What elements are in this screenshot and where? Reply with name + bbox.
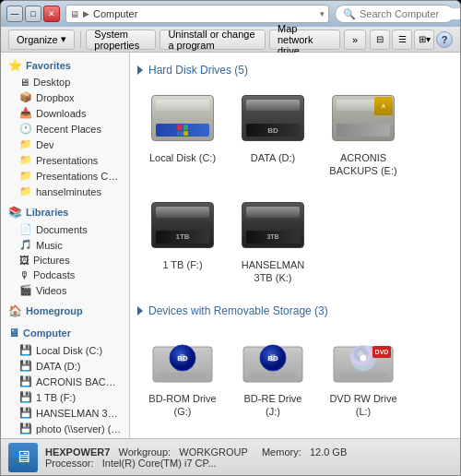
libraries-header[interactable]: 📚 Libraries <box>1 203 129 221</box>
computer-name: HEXPOWER7 <box>45 446 110 458</box>
path-text: Computer <box>93 8 316 19</box>
drive-item-data-d[interactable]: BD DATA (D:) <box>231 84 314 184</box>
status-line-1: HEXPOWER7 Workgroup: WORKGROUP Memory: 1… <box>45 446 347 458</box>
sidebar-item-dev[interactable]: 📁 Dev <box>1 137 129 152</box>
sidebar-item-acronis-e-label: ACRONIS BACKUPS (E:) <box>36 376 122 387</box>
sidebar-item-podcasts[interactable]: 🎙 Podcasts <box>1 268 129 282</box>
libraries-icon: 📚 <box>8 206 22 219</box>
svg-rect-6 <box>249 373 297 379</box>
photo-p-icon: 💾 <box>19 422 32 434</box>
close-button[interactable]: ✕ <box>43 6 60 22</box>
search-box[interactable]: 🔍 <box>335 5 455 23</box>
preview-pane-button[interactable]: ⊟ <box>370 30 390 50</box>
documents-icon: 📄 <box>19 223 32 235</box>
dvd-rw-svg: DVD <box>332 334 395 386</box>
drive-item-1tb-f[interactable]: 1TB 1 TB (F:) <box>141 191 224 291</box>
sidebar-item-documents[interactable]: 📄 Documents <box>1 221 129 237</box>
sidebar-item-downloads-label: Downloads <box>36 108 86 119</box>
path-separator: ▶ <box>83 9 89 18</box>
processor-label: Processor: <box>45 458 94 469</box>
presentations-icon: 📁 <box>19 154 32 166</box>
hard-drives-header: Hard Disk Drives (5) <box>137 64 453 77</box>
help-button[interactable]: ? <box>436 31 453 48</box>
sidebar-item-hanselman-k-label: HANSELMAN 3TB (K:) <box>36 408 122 419</box>
svg-rect-1 <box>159 373 207 379</box>
sidebar-item-acronis-e[interactable]: 💾 ACRONIS BACKUPS (E:) <box>1 374 129 389</box>
map-network-label: Map network drive <box>278 23 332 56</box>
libraries-label: Libraries <box>26 207 68 218</box>
minimize-button[interactable]: — <box>6 6 23 22</box>
status-computer-icon: 🖥 <box>8 443 38 472</box>
path-dropdown-arrow[interactable]: ▾ <box>320 9 325 18</box>
organize-button[interactable]: Organize ▾ <box>8 30 75 50</box>
homegroup-icon: 🏠 <box>8 304 22 317</box>
window: — □ ✕ 🖥 ▶ Computer ▾ 🔍 Organize ▾ System… <box>0 0 461 476</box>
sidebar-item-hanselminutes[interactable]: 📁 hanselminutes <box>1 184 129 199</box>
sidebar-item-desktop[interactable]: 🖥 Desktop <box>1 75 129 89</box>
1tb-f-icon: 💾 <box>19 391 32 403</box>
system-properties-button[interactable]: System properties <box>86 30 156 50</box>
sidebar-item-hanselminutes-label: hanselminutes <box>36 186 101 197</box>
drive-item-acronis-e[interactable]: A ACRONIS BACKUPS (E:) <box>322 84 405 184</box>
content-pane: Hard Disk Drives (5) <box>130 53 460 438</box>
status-bar: 🖥 HEXPOWER7 Workgroup: WORKGROUP Memory:… <box>1 438 460 475</box>
svg-text:DVD: DVD <box>375 349 389 355</box>
drive-icon-local-c <box>149 89 216 149</box>
more-button[interactable]: » <box>344 30 366 50</box>
sidebar-item-pictures-label: Pictures <box>33 255 70 266</box>
drive-item-local-c[interactable]: Local Disk (C:) <box>141 84 224 184</box>
drive-name-hanselman-k: HANSELMAN 3TB (K:) <box>237 258 309 285</box>
maximize-button[interactable]: □ <box>25 6 41 22</box>
uninstall-button[interactable]: Uninstall or change a program <box>160 30 266 50</box>
drive-icon-acronis-e: A <box>330 89 396 149</box>
address-bar[interactable]: 🖥 ▶ Computer ▾ <box>65 5 329 23</box>
favorites-header[interactable]: ⭐ Favorites <box>1 56 129 75</box>
map-network-button[interactable]: Map network drive <box>269 30 340 50</box>
sidebar-item-videos[interactable]: 🎬 Videos <box>1 282 129 298</box>
sidebar-item-hanselman-k[interactable]: 💾 HANSELMAN 3TB (K:) <box>1 405 129 421</box>
bd-re-svg: BD <box>242 334 304 386</box>
sidebar-item-videos-label: Videos <box>36 285 66 296</box>
details-pane-button[interactable]: ☰ <box>392 30 412 50</box>
drive-item-bd-rom-g[interactable]: BD BD-ROM Drive (G:) <box>141 325 224 424</box>
homegroup-section: 🏠 Homegroup <box>1 302 129 320</box>
sidebar-item-recent-label: Recent Places <box>36 124 101 135</box>
dev-icon: 📁 <box>19 138 32 150</box>
drive-item-dvd-rw-l[interactable]: DVD DVD RW Drive (L:) <box>322 325 405 424</box>
workgroup-value: WORKGROUP <box>179 446 247 458</box>
drive-icon-data-d: BD <box>240 89 306 149</box>
local-c-icon: 💾 <box>19 344 32 356</box>
hard-drives-label: Hard Disk Drives (5) <box>148 64 248 77</box>
computer-sidebar-icon: 🖥 <box>8 327 19 339</box>
computer-header[interactable]: 🖥 Computer <box>1 324 129 342</box>
sidebar-item-photo-p[interactable]: 💾 photo (\\server) (P:) <box>1 421 129 436</box>
drive-item-hanselman-k[interactable]: 3TB HANSELMAN 3TB (K:) <box>231 191 314 291</box>
sidebar-item-data-d[interactable]: 💾 DATA (D:) <box>1 358 129 374</box>
sidebar-item-1tb-f[interactable]: 💾 1 TB (F:) <box>1 389 129 405</box>
status-line-2: Processor: Intel(R) Core(TM) i7 CP... <box>45 458 347 469</box>
sidebar-item-presentations-current[interactable]: 📁 Presentations CURRENT <box>1 168 129 184</box>
sidebar-item-downloads[interactable]: 📥 Downloads <box>1 105 129 121</box>
homegroup-header[interactable]: 🏠 Homegroup <box>1 302 129 320</box>
hdd-icon-hanselman-k: 3TB <box>242 202 304 250</box>
sidebar-item-music[interactable]: 🎵 Music <box>1 237 129 253</box>
drive-item-bd-re-j[interactable]: BD BD-RE Drive (J:) <box>231 325 314 424</box>
computer-label: Computer <box>23 327 71 339</box>
organize-arrow: ▾ <box>61 33 66 45</box>
views-dropdown-button[interactable]: ⊞▾ <box>414 30 434 50</box>
svg-point-13 <box>360 354 367 362</box>
sidebar-item-local-c[interactable]: 💾 Local Disk (C:) <box>1 342 129 358</box>
drive-name-local-c: Local Disk (C:) <box>149 151 216 164</box>
search-input[interactable] <box>360 8 461 19</box>
drive-icon-bd-rom-g: BD <box>149 330 216 389</box>
sidebar: ⭐ Favorites 🖥 Desktop 📦 Dropbox 📥 Downlo… <box>1 53 130 438</box>
homegroup-label: Homegroup <box>26 305 83 316</box>
computer-icon: 🖥 <box>70 9 79 19</box>
sidebar-item-pictures[interactable]: 🖼 Pictures <box>1 253 129 268</box>
windows-logo <box>177 125 188 136</box>
sidebar-item-presentations[interactable]: 📁 Presentations <box>1 152 129 168</box>
downloads-icon: 📥 <box>19 107 32 119</box>
memory-value: 12.0 GB <box>310 446 347 458</box>
sidebar-item-dropbox[interactable]: 📦 Dropbox <box>1 89 129 105</box>
sidebar-item-recent[interactable]: 🕐 Recent Places <box>1 121 129 137</box>
